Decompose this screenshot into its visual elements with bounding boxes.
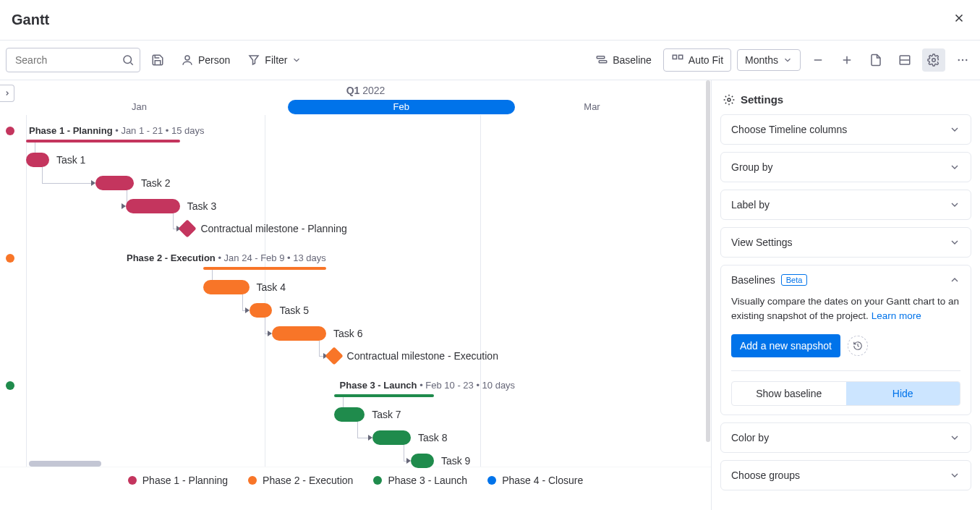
horizontal-scrollbar[interactable] <box>29 461 101 467</box>
task-label: Task 6 <box>333 326 362 341</box>
learn-more-link[interactable]: Learn more <box>872 310 921 321</box>
person-filter-button[interactable]: Person <box>175 49 236 71</box>
baseline-icon <box>595 54 608 67</box>
search-input-wrap <box>6 48 140 72</box>
task-bar[interactable] <box>126 199 179 213</box>
toolbar: Person Filter Baseline Auto Fit Months <box>0 41 980 80</box>
milestone-diamond[interactable] <box>179 219 197 237</box>
task-label: Task 3 <box>187 199 216 213</box>
milestone-diamond[interactable] <box>325 347 343 365</box>
filter-label: Filter <box>265 54 287 66</box>
hide-baseline-segment[interactable]: Hide <box>846 382 960 405</box>
card-timeline-columns[interactable]: Choose Timeline columns <box>720 114 971 145</box>
months-row: Jan Mar Feb <box>26 99 705 115</box>
legend: Phase 1 - PlanningPhase 2 - ExecutionPha… <box>0 467 711 493</box>
svg-rect-4 <box>673 55 676 59</box>
task-bar[interactable] <box>372 430 411 445</box>
month-jan[interactable]: Jan <box>26 99 252 115</box>
close-icon[interactable] <box>950 9 968 31</box>
svg-rect-2 <box>597 56 605 59</box>
current-month-pill[interactable]: Feb <box>288 100 516 114</box>
task-bar[interactable] <box>203 280 250 294</box>
card-baselines: Baselines Beta Visually compare the date… <box>720 265 971 415</box>
task-label: Task 1 <box>56 153 85 167</box>
chevron-down-icon <box>949 161 960 173</box>
autofit-button[interactable]: Auto Fit <box>663 48 731 72</box>
zoom-out-button[interactable] <box>806 48 830 72</box>
task-bar[interactable] <box>95 176 134 190</box>
task-bar[interactable] <box>272 326 325 341</box>
legend-dot <box>373 476 382 485</box>
snapshot-history-button[interactable] <box>848 336 868 356</box>
beta-badge: Beta <box>781 274 808 286</box>
phase-header: Phase 3 - Launch • Feb 10 - 23 • 10 days <box>340 380 516 391</box>
svg-point-0 <box>124 56 132 64</box>
card-label-by[interactable]: Label by <box>720 190 971 220</box>
svg-rect-3 <box>599 61 607 63</box>
task-bar[interactable] <box>334 407 365 422</box>
svg-point-9 <box>962 59 963 61</box>
task-bar[interactable] <box>250 303 273 318</box>
phase-bar[interactable] <box>203 267 326 270</box>
legend-item[interactable]: Phase 4 - Closure <box>487 475 583 486</box>
content: Q1 2022 Jan Mar Feb Phase 1 - Planning •… <box>0 80 980 510</box>
timeline-header: Q1 2022 Jan Mar Feb <box>26 80 705 115</box>
zoom-in-button[interactable] <box>835 48 858 72</box>
filter-button[interactable]: Filter <box>242 49 307 71</box>
vertical-scrollbar[interactable] <box>705 80 711 471</box>
gear-icon <box>723 94 735 106</box>
settings-toggle-button[interactable] <box>922 48 945 72</box>
chevron-right-icon <box>4 90 11 97</box>
show-baseline-segment[interactable]: Show baseline <box>732 382 846 405</box>
zoom-select-label: Months <box>745 54 778 66</box>
quarter-label: Q1 2022 <box>26 83 705 98</box>
card-group-by[interactable]: Group by <box>720 152 971 182</box>
task-bar[interactable] <box>411 454 434 468</box>
split-view-button[interactable] <box>893 48 916 72</box>
expand-sidebar-button[interactable] <box>0 85 14 102</box>
search-input[interactable] <box>6 48 140 72</box>
phase-bar[interactable] <box>334 394 434 397</box>
task-label: Task 8 <box>418 430 447 445</box>
card-choose-groups[interactable]: Choose groups <box>720 460 971 490</box>
search-icon <box>122 54 135 67</box>
svg-point-11 <box>728 98 730 101</box>
baseline-label: Baseline <box>613 54 652 66</box>
gantt-chart[interactable]: Phase 1 - Planning • Jan 1 - 21 • 15 day… <box>26 115 711 467</box>
task-label: Task 7 <box>372 407 401 422</box>
save-icon[interactable] <box>146 48 169 72</box>
chevron-up-icon[interactable] <box>949 274 960 286</box>
svg-point-10 <box>966 59 967 61</box>
baselines-title: Baselines Beta <box>731 274 807 286</box>
more-menu-button[interactable] <box>951 48 974 72</box>
baseline-button[interactable]: Baseline <box>589 49 657 71</box>
baselines-description: Visually compare the dates on your Gantt… <box>731 294 960 324</box>
legend-item[interactable]: Phase 2 - Execution <box>248 475 353 486</box>
export-button[interactable] <box>864 48 887 72</box>
chevron-down-icon <box>291 55 302 65</box>
phase-bar[interactable] <box>26 140 180 143</box>
legend-label: Phase 2 - Execution <box>263 475 353 486</box>
card-view-settings[interactable]: View Settings <box>720 227 971 258</box>
history-icon <box>853 341 863 351</box>
legend-item[interactable]: Phase 1 - Planning <box>128 475 228 486</box>
minus-icon <box>811 54 825 67</box>
task-label: Task 9 <box>441 454 470 468</box>
settings-title: Settings <box>720 89 971 114</box>
chevron-down-icon <box>949 199 960 211</box>
filter-icon <box>247 54 260 67</box>
legend-item[interactable]: Phase 3 - Launch <box>373 475 467 486</box>
phase-dot <box>6 127 14 135</box>
milestone-label: Contractual milestone - Execution <box>347 349 498 363</box>
task-bar[interactable] <box>26 153 49 167</box>
add-snapshot-button[interactable]: Add a new snapshot <box>731 334 840 357</box>
chevron-down-icon <box>949 237 960 248</box>
phase-header: Phase 1 - Planning • Jan 1 - 21 • 15 day… <box>29 125 205 137</box>
person-label: Person <box>198 54 230 66</box>
task-label: Task 2 <box>141 176 170 190</box>
phase-dot <box>6 254 14 263</box>
card-color-by[interactable]: Color by <box>720 422 971 453</box>
svg-point-8 <box>958 59 960 61</box>
zoom-select[interactable]: Months <box>737 49 801 71</box>
svg-point-1 <box>185 56 189 60</box>
